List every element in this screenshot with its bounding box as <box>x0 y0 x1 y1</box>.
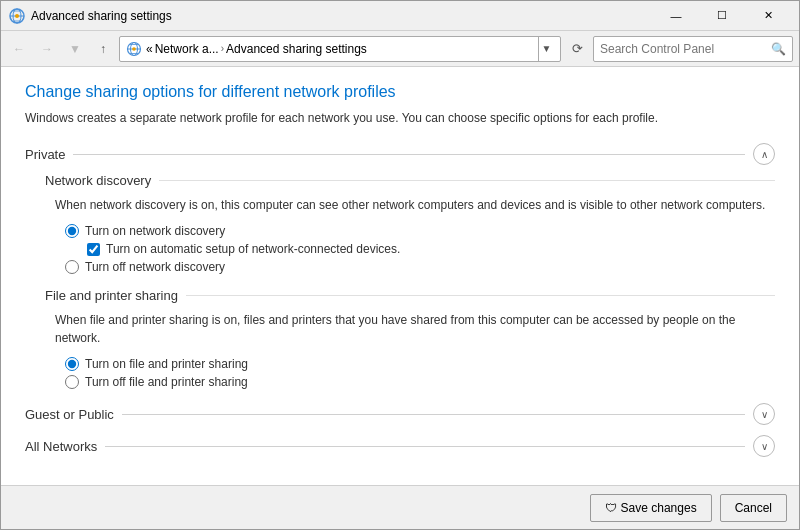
search-input[interactable] <box>600 42 767 56</box>
address-dropdown-button[interactable]: ▼ <box>538 36 554 62</box>
save-icon: 🛡 <box>605 501 617 515</box>
nd-on-option: Turn on network discovery <box>65 224 775 238</box>
title-bar: Advanced sharing settings — ☐ ✕ <box>1 1 799 31</box>
subsection-fps-title: File and printer sharing <box>45 288 178 303</box>
subsection-nd-header: Network discovery <box>45 173 775 188</box>
path-chevron1: › <box>221 43 224 54</box>
nd-on-label: Turn on network discovery <box>85 224 225 238</box>
minimize-button[interactable]: — <box>653 1 699 31</box>
refresh-button[interactable]: ⟳ <box>565 36 589 62</box>
nd-off-radio[interactable] <box>65 260 79 274</box>
nd-auto-checkbox[interactable] <box>87 243 100 256</box>
nd-auto-option: Turn on automatic setup of network-conne… <box>87 242 775 256</box>
cancel-button[interactable]: Cancel <box>720 494 787 522</box>
section-private-title: Private <box>25 147 65 162</box>
section-an-header: All Networks ∨ <box>25 435 775 457</box>
forward-button[interactable]: → <box>35 37 59 61</box>
path-part1: Network a... <box>155 42 219 56</box>
content-area: Change sharing options for different net… <box>1 67 799 485</box>
back-button[interactable]: ← <box>7 37 31 61</box>
section-an-line <box>105 446 745 447</box>
section-private-line <box>73 154 745 155</box>
fps-radio-group: Turn on file and printer sharing Turn of… <box>65 357 775 389</box>
subsection-nd-line <box>159 180 775 181</box>
fps-off-radio[interactable] <box>65 375 79 389</box>
search-icon[interactable]: 🔍 <box>771 42 786 56</box>
section-an-title: All Networks <box>25 439 97 454</box>
section-gp-line <box>122 414 745 415</box>
address-path: « Network a... › Advanced sharing settin… <box>146 42 534 56</box>
page-heading: Change sharing options for different net… <box>25 83 775 101</box>
window-icon <box>9 8 25 24</box>
subsection-network-discovery: Network discovery When network discovery… <box>45 173 775 274</box>
window-controls: — ☐ ✕ <box>653 1 791 31</box>
section-an-toggle[interactable]: ∨ <box>753 435 775 457</box>
nd-on-radio[interactable] <box>65 224 79 238</box>
address-field[interactable]: « Network a... › Advanced sharing settin… <box>119 36 561 62</box>
svg-point-3 <box>15 14 19 18</box>
window-title: Advanced sharing settings <box>31 9 653 23</box>
nd-auto-label: Turn on automatic setup of network-conne… <box>106 242 400 256</box>
subsection-fps-line <box>186 295 775 296</box>
maximize-button[interactable]: ☐ <box>699 1 745 31</box>
close-button[interactable]: ✕ <box>745 1 791 31</box>
save-label: Save changes <box>621 501 697 515</box>
fps-on-radio[interactable] <box>65 357 79 371</box>
subsection-fps-header: File and printer sharing <box>45 288 775 303</box>
section-gp-title: Guest or Public <box>25 407 114 422</box>
address-bar: ← → ▼ ↑ « Network a... › Advanced sharin… <box>1 31 799 67</box>
section-gp-toggle[interactable]: ∨ <box>753 403 775 425</box>
path-prefix: « <box>146 42 153 56</box>
page-description: Windows creates a separate network profi… <box>25 109 775 127</box>
footer: 🛡 Save changes Cancel <box>1 485 799 529</box>
section-private-toggle[interactable]: ∧ <box>753 143 775 165</box>
fps-on-label: Turn on file and printer sharing <box>85 357 248 371</box>
recent-button[interactable]: ▼ <box>63 37 87 61</box>
up-button[interactable]: ↑ <box>91 37 115 61</box>
path-part2: Advanced sharing settings <box>226 42 367 56</box>
main-window: Advanced sharing settings — ☐ ✕ ← → ▼ ↑ … <box>0 0 800 530</box>
section-all-networks: All Networks ∨ <box>25 435 775 457</box>
network-icon <box>126 41 142 57</box>
svg-point-9 <box>132 47 136 51</box>
search-field[interactable]: 🔍 <box>593 36 793 62</box>
save-button[interactable]: 🛡 Save changes <box>590 494 712 522</box>
section-guest-public: Guest or Public ∨ <box>25 403 775 425</box>
subsection-fps-desc: When file and printer sharing is on, fil… <box>55 311 775 347</box>
subsection-file-printer: File and printer sharing When file and p… <box>45 288 775 389</box>
nd-radio-group: Turn on network discovery Turn on automa… <box>65 224 775 274</box>
nd-off-option: Turn off network discovery <box>65 260 775 274</box>
fps-on-option: Turn on file and printer sharing <box>65 357 775 371</box>
fps-off-option: Turn off file and printer sharing <box>65 375 775 389</box>
section-private: Private ∧ Network discovery When network… <box>25 143 775 389</box>
subsection-nd-desc: When network discovery is on, this compu… <box>55 196 775 214</box>
section-private-header: Private ∧ <box>25 143 775 165</box>
section-gp-header: Guest or Public ∨ <box>25 403 775 425</box>
subsection-nd-title: Network discovery <box>45 173 151 188</box>
main-content: Change sharing options for different net… <box>1 67 799 485</box>
nd-off-label: Turn off network discovery <box>85 260 225 274</box>
fps-off-label: Turn off file and printer sharing <box>85 375 248 389</box>
